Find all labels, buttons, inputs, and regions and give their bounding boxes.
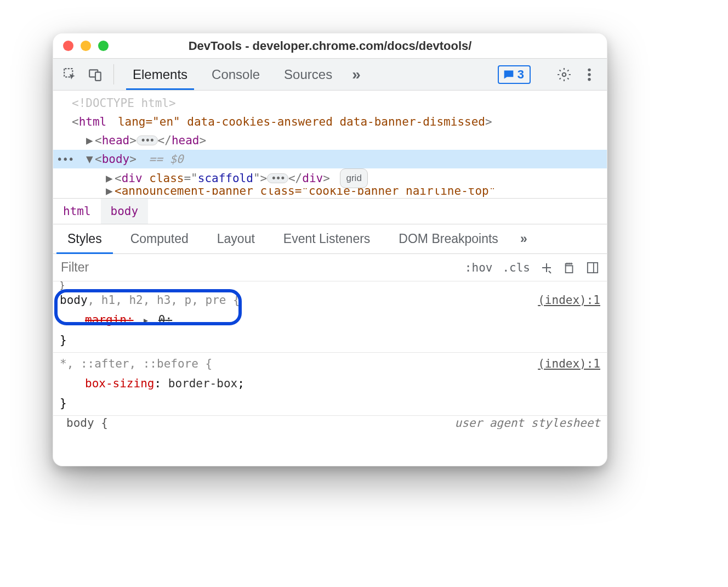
subtab-dom-breakpoints[interactable]: DOM Breakpoints <box>384 224 513 253</box>
title-bar: DevTools - developer.chrome.com/docs/dev… <box>53 33 607 59</box>
rule-source-link[interactable]: (index):1 <box>538 290 600 310</box>
device-toggle-icon[interactable] <box>84 59 107 90</box>
dom-tree[interactable]: <!DOCTYPE html> <html lang="en" data-coo… <box>53 91 607 198</box>
breadcrumb-bar: html body <box>53 198 607 224</box>
subtab-layout[interactable]: Layout <box>203 224 269 253</box>
subtabs-overflow-button[interactable]: » <box>513 224 535 253</box>
main-toolbar: Elements Console Sources » 3 <box>53 59 607 91</box>
computed-toggle-icon[interactable] <box>586 261 599 274</box>
css-rule-universal[interactable]: (index):1 *, ::after, ::before { box-siz… <box>53 353 607 416</box>
partial-node[interactable]: ▶<announcement-banner class="cookie-bann… <box>53 188 607 198</box>
div-scaffold-node[interactable]: ▶<div class="scaffold">•••</div> grid <box>53 168 607 188</box>
svg-point-4 <box>588 68 590 71</box>
closing-brace: } <box>60 330 600 350</box>
styles-pane[interactable]: } (index):1 body, h1, h2, h3, p, pre { m… <box>53 281 607 466</box>
hov-toggle[interactable]: :hov <box>465 261 493 274</box>
tab-elements[interactable]: Elements <box>121 59 200 90</box>
toolbar-right: 3 <box>498 59 601 90</box>
svg-rect-8 <box>588 262 598 272</box>
svg-point-6 <box>588 77 590 80</box>
more-options-icon[interactable] <box>581 67 598 82</box>
ellipsis-icon[interactable]: ••• <box>267 173 288 183</box>
filter-actions: :hov .cls <box>465 261 607 274</box>
body-element-node[interactable]: ••• ▼<body> == $0 <box>53 150 607 168</box>
css-rule-body-group[interactable]: (index):1 body, h1, h2, h3, p, pre { mar… <box>53 289 607 353</box>
tab-sources[interactable]: Sources <box>272 59 344 90</box>
subtab-styles[interactable]: Styles <box>53 224 116 253</box>
crumb-body[interactable]: body <box>101 199 149 224</box>
doctype-node[interactable]: <!DOCTYPE html> <box>53 94 607 112</box>
issues-count: 3 <box>517 67 524 82</box>
inspect-element-icon[interactable] <box>59 59 82 90</box>
svg-rect-2 <box>95 72 101 80</box>
ua-rule-peek[interactable]: body { <box>60 416 108 429</box>
css-declaration-box-sizing[interactable]: box-sizing: border-box; <box>60 374 600 393</box>
devtools-window: DevTools - developer.chrome.com/docs/dev… <box>53 33 607 466</box>
panel-tabs: Elements Console Sources » <box>121 59 368 90</box>
styles-filter-bar: :hov .cls <box>53 254 607 281</box>
subtab-event-listeners[interactable]: Event Listeners <box>269 224 385 253</box>
subtab-computed[interactable]: Computed <box>116 224 203 253</box>
close-window-button[interactable] <box>63 41 73 51</box>
copy-styles-icon[interactable] <box>563 261 576 274</box>
closing-brace: } <box>53 281 607 289</box>
window-controls <box>63 41 109 51</box>
css-declaration-margin[interactable]: margin: 0; <box>60 310 600 330</box>
crumb-html[interactable]: html <box>53 199 101 224</box>
svg-rect-7 <box>566 266 573 273</box>
svg-point-3 <box>562 72 566 76</box>
new-style-rule-icon[interactable] <box>540 261 553 274</box>
gutter-actions-icon[interactable]: ••• <box>56 150 73 168</box>
issues-badge[interactable]: 3 <box>498 65 531 84</box>
grid-badge[interactable]: grid <box>340 168 367 188</box>
tabs-overflow-button[interactable]: » <box>344 59 368 90</box>
ellipsis-icon[interactable]: ••• <box>136 136 158 145</box>
html-element-node[interactable]: <html lang="en" data-cookies-answered da… <box>53 112 607 131</box>
window-title: DevTools - developer.chrome.com/docs/dev… <box>53 39 607 53</box>
minimize-window-button[interactable] <box>81 41 91 51</box>
user-agent-label: user agent stylesheet <box>454 416 600 429</box>
styles-filter-input[interactable] <box>53 260 465 275</box>
zoom-window-button[interactable] <box>98 41 109 51</box>
closing-brace: } <box>60 393 600 413</box>
selected-marker: == $0 <box>149 153 184 166</box>
svg-point-5 <box>588 73 590 76</box>
selector-line[interactable]: body, h1, h2, h3, p, pre { <box>60 290 600 310</box>
cls-toggle[interactable]: .cls <box>502 261 530 274</box>
styles-subtabs: Styles Computed Layout Event Listeners D… <box>53 224 607 254</box>
selector-line[interactable]: *, ::after, ::before { <box>60 354 600 374</box>
head-element-node[interactable]: ▶<head>•••</head> <box>53 131 607 150</box>
settings-gear-icon[interactable] <box>555 67 573 82</box>
tab-console[interactable]: Console <box>200 59 272 90</box>
rule-source-link[interactable]: (index):1 <box>538 354 600 374</box>
separator <box>113 64 114 84</box>
